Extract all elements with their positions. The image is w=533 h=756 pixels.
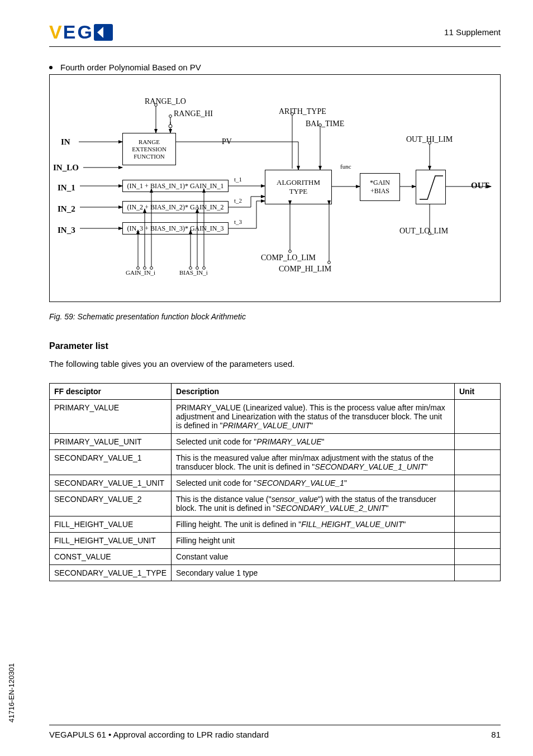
table-header-row: FF desciptor Description Unit xyxy=(50,384,501,400)
table-row: SECONDARY_VALUE_1 This is the measured v… xyxy=(50,450,501,475)
cell-desc: This is the measured value after min/max… xyxy=(172,450,455,475)
cell-unit xyxy=(455,475,501,491)
header-section-title: 11 Supplement xyxy=(444,27,501,37)
cell-ff: PRIMARY_VALUE_UNIT xyxy=(50,434,172,450)
parameter-table: FF desciptor Description Unit PRIMARY_VA… xyxy=(49,383,501,581)
table-row: PRIMARY_VALUE PRIMARY_VALUE (Linearized … xyxy=(50,400,501,434)
table-row: SECONDARY_VALUE_1_TYPE Secondary value 1… xyxy=(50,565,501,581)
logo-mark-e: E xyxy=(63,21,75,43)
cell-desc: This is the distance value ("sensor_valu… xyxy=(172,491,455,516)
cell-desc: Selected unit code for "PRIMARY_VALUE" xyxy=(172,434,455,450)
figure-caption: Fig. 59: Schematic presentation function… xyxy=(49,312,501,321)
logo-mark-v: V xyxy=(49,21,61,43)
cell-ff: PRIMARY_VALUE xyxy=(50,400,172,434)
cell-desc: Selected unit code for "SECONDARY_VALUE_… xyxy=(172,475,455,491)
section-intro: The following table gives you an overvie… xyxy=(49,359,501,369)
section-heading: Parameter list xyxy=(49,341,501,351)
cell-unit xyxy=(455,400,501,434)
table-row: SECONDARY_VALUE_2 This is the distance v… xyxy=(50,491,501,516)
cell-unit xyxy=(455,491,501,516)
cell-unit xyxy=(455,549,501,565)
svg-point-22 xyxy=(169,125,172,128)
logo-mark-g: G xyxy=(77,21,91,43)
th-desc: Description xyxy=(172,384,455,400)
cell-ff: SECONDARY_VALUE_2 xyxy=(50,491,172,516)
vega-logo: VEG xyxy=(49,21,113,43)
table-row: SECONDARY_VALUE_1_UNIT Selected unit cod… xyxy=(50,475,501,491)
th-ff: FF desciptor xyxy=(50,384,172,400)
cell-ff: SECONDARY_VALUE_1_TYPE xyxy=(50,565,172,581)
footer-text: VEGAPULS 61 • Approval according to LPR … xyxy=(49,730,269,739)
table-row: PRIMARY_VALUE_UNIT Selected unit code fo… xyxy=(50,434,501,450)
bullet-text: Fourth order Polynomial Based on PV xyxy=(60,63,201,72)
figure-arithmetic-block: IN IN_LO IN_1 IN_2 IN_3 RANGE_LO RANGE_H… xyxy=(49,74,501,302)
cell-unit xyxy=(455,434,501,450)
bullet-list-item: Fourth order Polynomial Based on PV xyxy=(49,63,501,72)
cell-unit xyxy=(455,533,501,549)
table-row: FILL_HEIGHT_VALUE Filling height. The un… xyxy=(50,516,501,533)
table-row: CONST_VALUE Constant value xyxy=(50,549,501,565)
cell-unit xyxy=(455,450,501,475)
cell-ff: CONST_VALUE xyxy=(50,549,172,565)
cell-desc: Filling height. The unit is defined in "… xyxy=(172,516,455,533)
cell-ff: FILL_HEIGHT_VALUE_UNIT xyxy=(50,533,172,549)
cell-desc: Secondary value 1 type xyxy=(172,565,455,581)
cell-unit xyxy=(455,516,501,533)
cell-ff: SECONDARY_VALUE_1_UNIT xyxy=(50,475,172,491)
th-unit: Unit xyxy=(455,384,501,400)
bullet-icon xyxy=(49,66,53,69)
logo-mark-a xyxy=(94,24,113,41)
document-id-vertical: 41716-EN-120301 xyxy=(7,663,16,722)
cell-desc: Filling height unit xyxy=(172,533,455,549)
cell-ff: SECONDARY_VALUE_1 xyxy=(50,450,172,475)
cell-unit xyxy=(455,565,501,581)
cell-desc: PRIMARY_VALUE (Linearized value). This i… xyxy=(172,400,455,434)
page-header: VEG 11 Supplement xyxy=(49,21,501,43)
footer-page-number: 81 xyxy=(491,730,501,739)
header-rule xyxy=(49,46,501,47)
page-footer: VEGAPULS 61 • Approval according to LPR … xyxy=(49,725,501,739)
cell-desc: Constant value xyxy=(172,549,455,565)
table-row: FILL_HEIGHT_VALUE_UNIT Filling height un… xyxy=(50,533,501,549)
cell-ff: FILL_HEIGHT_VALUE xyxy=(50,516,172,533)
footer-rule xyxy=(49,725,501,725)
